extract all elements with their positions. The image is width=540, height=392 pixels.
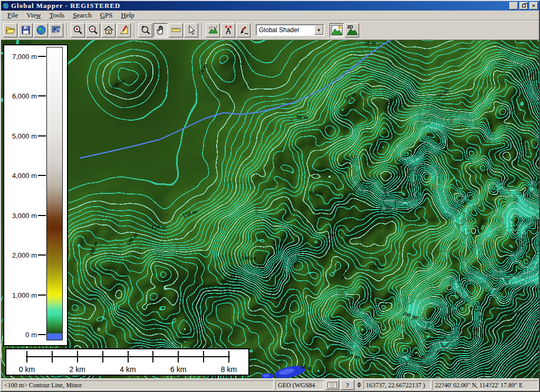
download-online-data-icon <box>36 25 46 35</box>
legend-tick-line <box>38 95 46 96</box>
status-projection-text: GEO (WGS84 <box>275 380 324 390</box>
zoom-tool-icon <box>140 25 151 35</box>
menu-item-gps[interactable]: GPS <box>96 11 117 21</box>
path-profile-icon <box>208 25 218 35</box>
coordinate-measure-icon <box>119 25 129 35</box>
scale-tick <box>77 351 78 362</box>
menu-item-view[interactable]: View <box>22 11 45 21</box>
scale-tick <box>178 351 179 362</box>
show-images-button[interactable] <box>330 23 344 37</box>
help-button[interactable]: ? <box>341 380 354 390</box>
keyboard-icon <box>327 382 337 388</box>
coordinate-format-button[interactable] <box>325 380 339 390</box>
zoom-out-icon <box>88 25 99 35</box>
legend-tick-line <box>38 56 46 57</box>
overlay-control-icon <box>51 25 62 35</box>
measure-tool-icon <box>171 25 181 35</box>
toolbar-separator <box>134 23 135 37</box>
restore-button[interactable] <box>519 2 528 9</box>
coordinate-measure-button[interactable] <box>117 23 131 37</box>
menu-item-file[interactable]: File <box>3 11 22 21</box>
scale-tick <box>26 351 27 362</box>
feature-info-tool-icon <box>186 25 197 35</box>
legend-tick-line <box>38 215 46 216</box>
measure-tool-button[interactable] <box>169 23 183 37</box>
scale-tick <box>152 351 153 362</box>
distance-scale-bar: 0 km2 km4 km6 km8 km <box>5 348 249 376</box>
legend-tick-line <box>38 295 46 296</box>
question-mark-icon: ? <box>346 381 350 389</box>
save-icon <box>21 25 31 35</box>
app-window: Global Mapper - REGISTERED _ × FileViewT… <box>0 0 540 392</box>
status-feature-text: <100 m> Contour Line, Minor <box>2 380 274 390</box>
overlay-control-button[interactable] <box>49 23 63 37</box>
menu-item-tools[interactable]: Tools <box>45 11 69 21</box>
full-view-icon <box>103 25 114 35</box>
scale-tick <box>203 351 204 362</box>
legend-tick-label: 4,000 m <box>5 172 37 180</box>
status-spinner[interactable] <box>356 382 362 388</box>
scale-label: 8 km <box>213 365 245 374</box>
feature-info-tool-button[interactable] <box>184 23 198 37</box>
legend-tick-line <box>38 135 46 136</box>
window-title: Global Mapper - REGISTERED <box>11 1 508 11</box>
minimize-button[interactable]: _ <box>509 2 518 9</box>
scale-label: 4 km <box>112 365 144 374</box>
close-button[interactable]: × <box>529 2 538 9</box>
menu-bar: FileViewToolsSearchGPSHelp <box>1 11 539 21</box>
shader-combobox-value: Global Shader <box>257 26 314 34</box>
full-view-button[interactable] <box>101 23 115 37</box>
path-profile-button[interactable] <box>206 23 220 37</box>
elevation-gradient-bar <box>46 47 63 340</box>
pan-tool-icon <box>156 25 166 35</box>
toolbar-separator <box>66 23 68 37</box>
show-images-icon <box>331 24 343 36</box>
legend-tick-label: 3,000 m <box>5 211 37 219</box>
digitizer-tool-button[interactable] <box>236 23 250 37</box>
digitizer-tool-icon <box>238 25 249 35</box>
zoom-in-button[interactable] <box>71 23 85 37</box>
zoom-out-button[interactable] <box>86 23 100 37</box>
gps-tracking-button[interactable] <box>221 23 235 37</box>
chevron-down-icon[interactable]: ▼ <box>314 25 323 35</box>
title-bar[interactable]: Global Mapper - REGISTERED _ × <box>1 1 539 11</box>
menu-item-search[interactable]: Search <box>69 11 95 21</box>
scale-tick <box>128 351 129 362</box>
status-coordinates-xy: 163737, 22.66722137 ) <box>363 380 431 390</box>
map-canvas[interactable] <box>1 40 540 378</box>
gps-tracking-icon <box>223 25 234 35</box>
legend-tick-line <box>38 254 46 256</box>
elevation-legend: 7,000 m6,000 m5,000 m4,000 m3,000 m2,000… <box>3 44 68 346</box>
scale-label: 6 km <box>162 365 194 374</box>
legend-tick-label: 6,000 m <box>5 92 37 100</box>
legend-tick-label: 0 m <box>5 331 37 339</box>
3d-view-label: 3D <box>347 24 353 30</box>
toolbar-separator <box>201 23 202 37</box>
scale-tick <box>228 351 229 362</box>
zoom-in-icon <box>73 25 83 35</box>
scale-tick <box>102 351 103 362</box>
zoom-tool-button[interactable] <box>138 23 152 37</box>
map-viewport: 7,000 m6,000 m5,000 m4,000 m3,000 m2,000… <box>1 40 540 378</box>
legend-tick-label: 1,000 m <box>5 291 37 299</box>
scale-label: 0 km <box>11 365 43 374</box>
download-online-data-button[interactable] <box>34 23 48 37</box>
scale-label: 2 km <box>62 365 93 374</box>
legend-tick-line <box>38 175 46 176</box>
toolbar: Global Shader ▼ 3D <box>1 21 539 40</box>
pan-tool-button[interactable] <box>153 23 168 37</box>
legend-tick-label: 2,000 m <box>5 251 37 259</box>
open-file-icon <box>5 25 16 35</box>
status-bar: <100 m> Contour Line, Minor GEO (WGS84 ?… <box>1 378 539 391</box>
status-coordinates-dms: 22?40' 02.00" N, 114?22' 17.89" E <box>432 380 538 390</box>
scale-tick <box>52 351 53 362</box>
save-button[interactable] <box>18 23 33 37</box>
spin-up-icon[interactable] <box>357 382 361 385</box>
shader-combobox[interactable]: Global Shader ▼ <box>256 24 324 36</box>
open-file-button[interactable] <box>3 23 17 37</box>
legend-tick-label: 5,000 m <box>5 132 37 140</box>
spin-down-icon[interactable] <box>357 385 361 388</box>
legend-tick-label: 7,000 m <box>5 52 37 60</box>
3d-view-button[interactable]: 3D <box>345 23 359 37</box>
menu-item-help[interactable]: Help <box>117 11 139 21</box>
